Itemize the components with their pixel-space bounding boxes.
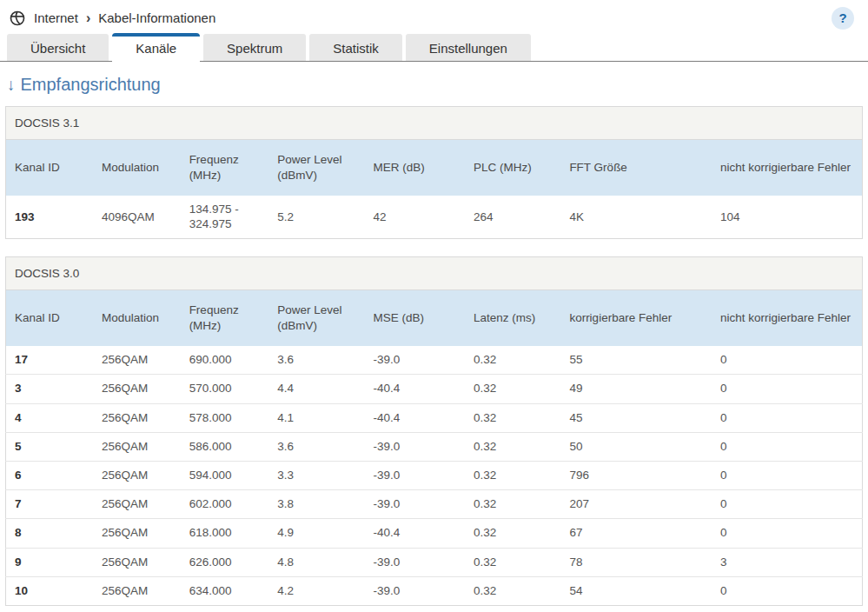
breadcrumb-section: Internet	[34, 10, 78, 25]
table-cell: 6	[6, 462, 94, 490]
table-section-title: DOCSIS 3.0	[6, 256, 863, 289]
table-cell: -40.4	[365, 403, 465, 432]
table-cell: 0.32	[465, 490, 560, 519]
column-header: korrigierbare Fehler	[560, 289, 712, 346]
column-header: Power Level (dBmV)	[268, 140, 364, 196]
column-header: Frequenz (MHz)	[181, 140, 269, 196]
table-cell: 193	[6, 196, 94, 238]
tab-uebersicht[interactable]: Übersicht	[7, 34, 109, 61]
table-cell: 4096QAM	[93, 196, 181, 238]
table-cell: 256QAM	[93, 462, 181, 490]
table-cell: -39.0	[365, 576, 465, 605]
table-cell: 5.2	[268, 196, 364, 238]
cable-information-page: Internet › Kabel-Informationen ? Übersic…	[0, 0, 868, 612]
table-cell: 3.6	[268, 346, 364, 375]
table-cell: -39.0	[365, 548, 465, 576]
column-header: Kanal ID	[6, 140, 94, 196]
table-cell: 264	[465, 196, 560, 238]
table-cell: 0.32	[465, 519, 560, 548]
table-cell: 578.000	[181, 403, 269, 432]
table-header-row: Kanal IDModulationFrequenz (MHz)Power Le…	[6, 289, 863, 346]
column-header: PLC (MHz)	[465, 140, 560, 196]
table-cell: 4.9	[268, 519, 364, 548]
table-cell: 0	[712, 346, 863, 375]
table-cell: 586.000	[181, 432, 269, 461]
table-cell: 256QAM	[93, 346, 181, 375]
table-cell: 78	[560, 548, 712, 576]
table-cell: 54	[560, 576, 712, 605]
table-row: 3256QAM570.0004.4-40.40.32490	[6, 375, 863, 403]
table-cell: -39.0	[365, 490, 465, 519]
chevron-right-icon: ›	[86, 10, 90, 25]
table-cell: 0	[712, 490, 863, 519]
table-section-row: DOCSIS 3.0	[6, 256, 863, 289]
tab-einstellungen[interactable]: Einstellungen	[406, 34, 531, 61]
table-cell: 4.1	[268, 403, 364, 432]
column-header: Modulation	[93, 289, 181, 346]
table-cell: -39.0	[365, 462, 465, 490]
table-row: 7256QAM602.0003.8-39.00.322070	[6, 490, 863, 519]
column-header: Latenz (ms)	[465, 289, 560, 346]
column-header: Kanal ID	[6, 289, 94, 346]
table-row: 17256QAM690.0003.6-39.00.32550	[6, 346, 863, 375]
table-cell: 690.000	[181, 346, 269, 375]
table-section-title: DOCSIS 3.1	[6, 107, 863, 140]
column-header: nicht korrigierbare Fehler	[712, 289, 863, 346]
table-cell: 256QAM	[93, 548, 181, 576]
table-cell: 256QAM	[93, 490, 181, 519]
table-cell: 0.32	[465, 432, 560, 461]
tab-statistik[interactable]: Statistik	[309, 34, 402, 61]
table-cell: 3.8	[268, 490, 364, 519]
table-cell: 104	[712, 196, 863, 238]
table-cell: -40.4	[365, 519, 465, 548]
table-cell: 0.32	[465, 403, 560, 432]
table-cell: 45	[560, 403, 712, 432]
docsis-30-table: DOCSIS 3.0 Kanal IDModulationFrequenz (M…	[5, 256, 863, 606]
table-cell: 0.32	[465, 576, 560, 605]
table-cell: 618.000	[181, 519, 269, 548]
table-cell: 10	[6, 576, 94, 605]
table-cell: 49	[560, 375, 712, 403]
tab-kanaele[interactable]: Kanäle	[112, 33, 200, 62]
column-header: Modulation	[93, 140, 181, 196]
table-row: 5256QAM586.0003.6-39.00.32500	[6, 432, 863, 461]
table-row: 4256QAM578.0004.1-40.40.32450	[6, 403, 863, 432]
table-header-row: Kanal IDModulationFrequenz (MHz)Power Le…	[6, 140, 863, 196]
table-cell: 0.32	[465, 462, 560, 490]
table-cell: 256QAM	[93, 576, 181, 605]
table-cell: 256QAM	[93, 432, 181, 461]
table-cell: 134.975 - 324.975	[181, 196, 269, 238]
help-button[interactable]: ?	[832, 7, 854, 30]
table-cell: 67	[560, 519, 712, 548]
column-header: FFT Größe	[560, 140, 712, 196]
table-cell: 8	[6, 519, 94, 548]
table-cell: 594.000	[181, 462, 269, 490]
table-cell: 207	[560, 490, 712, 519]
table-cell: 0	[712, 403, 863, 432]
content-area: ↓ Empfangsrichtung DOCSIS 3.1 Kanal IDMo…	[0, 75, 868, 606]
table-cell: 3	[6, 375, 94, 403]
table-row: 6256QAM594.0003.3-39.00.327960	[6, 462, 863, 490]
table-cell: 50	[560, 432, 712, 461]
breadcrumb: Internet › Kabel-Informationen	[9, 10, 215, 27]
table-cell: 4.8	[268, 548, 364, 576]
column-header: Frequenz (MHz)	[181, 289, 269, 346]
table-section-row: DOCSIS 3.1	[6, 107, 863, 140]
section-heading: ↓ Empfangsrichtung	[7, 75, 861, 95]
table-cell: 42	[365, 196, 465, 238]
tab-bar: Übersicht Kanäle Spektrum Statistik Eins…	[0, 35, 868, 62]
tab-spektrum[interactable]: Spektrum	[203, 34, 306, 61]
table-cell: 4.4	[268, 375, 364, 403]
table-cell: 3.6	[268, 432, 364, 461]
column-header: nicht korrigierbare Fehler	[712, 140, 863, 196]
docsis-31-table: DOCSIS 3.1 Kanal IDModulationFrequenz (M…	[5, 106, 863, 239]
table-cell: 4K	[560, 196, 712, 238]
table-cell: 0	[712, 432, 863, 461]
table-cell: -40.4	[365, 375, 465, 403]
table-cell: -39.0	[365, 346, 465, 375]
table-cell: 4.2	[268, 576, 364, 605]
table-cell: 5	[6, 432, 94, 461]
table-row: 1934096QAM134.975 - 324.9755.2422644K104	[6, 196, 863, 238]
table-cell: 3	[712, 548, 863, 576]
table-cell: 0	[712, 519, 863, 548]
